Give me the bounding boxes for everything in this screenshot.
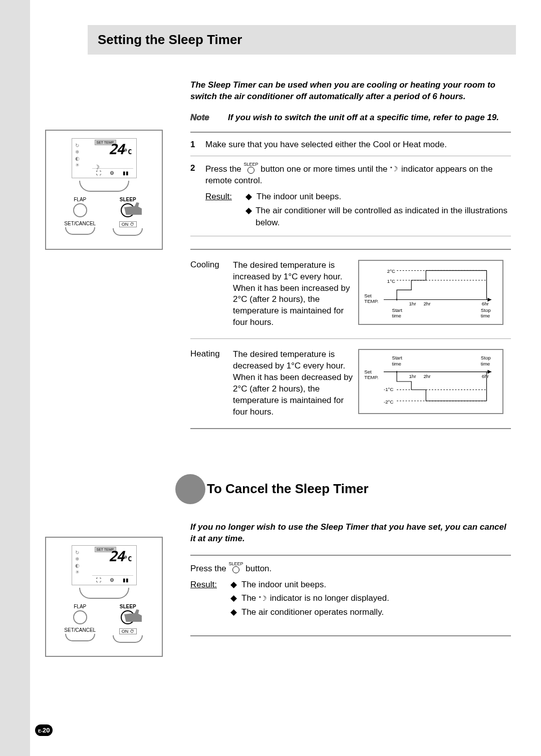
content-lower: SET TEMP. ↻❄◐☀ 24°C ⛶⚙▮▮ FLAP SLEEP <box>30 522 516 657</box>
right-column-2: If you no longer wish to use the Sleep T… <box>190 522 516 657</box>
divider <box>190 156 511 156</box>
intro-text: The Sleep Timer can be used when you are… <box>190 80 511 103</box>
on-button-illustration <box>113 635 143 643</box>
result-label: Result: <box>205 191 245 230</box>
remote-illustration-1: SET TEMP. ↻❄◐☀ 24°C ☽ ⛶⚙▮▮ FLAP SLEEP <box>45 130 163 250</box>
flap-button-illustration <box>73 203 87 217</box>
tick-6hr: 6hr <box>482 301 489 306</box>
cooling-chart: Set TEMP. 1°C 2°C 1hr <box>358 260 503 325</box>
temperature-display: 24°C <box>109 141 132 158</box>
on-label: ON ⏱ <box>119 628 137 634</box>
cancel-step-post: button. <box>245 564 272 573</box>
cancel-title: To Cancel the Sleep Timer <box>199 481 369 497</box>
cancel-intro: If you no longer wish to use the Sleep T… <box>190 522 511 545</box>
moon-indicator-icon <box>258 595 267 603</box>
temp-value: 24 <box>109 141 124 158</box>
tick-2c: 2°C <box>387 268 395 274</box>
diamond-bullet-icon: ◆ <box>230 592 241 604</box>
axis-set-temp: Set <box>364 292 372 298</box>
power-button-illustration <box>79 181 129 192</box>
mode-icons: ↻❄◐☀ <box>75 550 80 576</box>
svg-text:TEMP.: TEMP. <box>364 374 378 380</box>
start-time-label: Start <box>392 355 402 361</box>
content-upper: SET TEMP. ↻❄◐☀ 24°C ☽ ⛶⚙▮▮ FLAP SLEEP <box>30 80 516 522</box>
fan-icons: ⛶⚙▮▮ <box>92 168 133 176</box>
temp-unit: °C <box>124 148 132 156</box>
set-cancel-button-illustration <box>65 227 95 235</box>
result-label: Result: <box>190 579 230 620</box>
cancel-result-1: The indoor unit beeps. <box>241 579 326 591</box>
step-1-text: Make sure that you have selected either … <box>205 139 511 151</box>
heating-label: Heating <box>190 349 233 359</box>
note-row: Note If you wish to switch the unit off … <box>190 113 511 123</box>
fan-icons: ⛶⚙▮▮ <box>92 575 133 583</box>
svg-text:time: time <box>481 313 490 318</box>
step-2-mid: button one or more times until the <box>260 164 390 174</box>
tick-1c: 1°C <box>387 278 395 283</box>
cancel-result-2-post: indicator is no longer displayed. <box>270 593 389 603</box>
left-column-2: SET TEMP. ↻❄◐☀ 24°C ⛶⚙▮▮ FLAP SLEEP <box>30 522 190 657</box>
step-2-num: 2 <box>190 162 205 231</box>
svg-text:time: time <box>392 361 401 366</box>
tick-6hr: 6hr <box>482 373 489 379</box>
heating-text: The desired temperature is decreased by … <box>233 349 358 418</box>
note-text: If you wish to switch the unit off at a … <box>228 113 511 123</box>
step-1: 1 Make sure that you have selected eithe… <box>190 139 511 151</box>
heating-chart: Set TEMP. -1°C -2°C 1hr <box>358 349 503 414</box>
diamond-bullet-icon: ◆ <box>245 205 255 229</box>
stop-time-label: Stop <box>481 355 491 361</box>
remote-lcd: SET TEMP. ↻❄◐☀ 24°C ☽ ⛶⚙▮▮ <box>72 138 137 178</box>
result-1: The indoor unit beeps. <box>256 191 341 203</box>
page-number: E-20 <box>35 724 53 736</box>
tick-1hr: 1hr <box>409 301 416 306</box>
tick-n1c: -1°C <box>384 387 393 393</box>
cancel-step-pre: Press the <box>190 564 229 573</box>
set-cancel-label: SET/CANCEL <box>64 221 96 226</box>
temp-value: 24 <box>109 548 124 565</box>
svg-text:TEMP.: TEMP. <box>364 298 378 304</box>
cancel-result-3: The air conditioner operates normally. <box>241 606 384 618</box>
cooling-label: Cooling <box>190 260 233 270</box>
main-content: Setting the Sleep Timer SET TEMP. ↻❄◐☀ 2… <box>30 0 541 756</box>
flap-button-illustration <box>73 610 87 624</box>
step-2-pre: Press the <box>205 164 244 174</box>
heating-section: Heating The desired temperature is decre… <box>190 349 511 418</box>
tick-1hr: 1hr <box>409 373 416 379</box>
divider <box>190 249 511 250</box>
remote-lcd-2: SET TEMP. ↻❄◐☀ 24°C ⛶⚙▮▮ <box>72 545 137 585</box>
step-2-text: Press the SLEEP button one or more times… <box>205 162 511 231</box>
cooling-text: The desired temperature is increased by … <box>233 260 358 329</box>
sleep-label: SLEEP <box>120 604 136 609</box>
page-num: 20 <box>43 726 50 734</box>
sleep-label: SLEEP <box>120 197 136 202</box>
result-row: Result: ◆The indoor unit beeps. ◆The air… <box>205 191 511 230</box>
on-label: ON ⏱ <box>119 221 137 227</box>
moon-indicator-icon <box>390 165 399 173</box>
on-button-illustration <box>113 228 143 236</box>
tick-n2c: -2°C <box>384 399 393 405</box>
temp-unit: °C <box>124 555 132 563</box>
cooling-section: Cooling The desired temperature is incre… <box>190 260 511 329</box>
diamond-bullet-icon: ◆ <box>230 606 241 618</box>
cancel-title-row: To Cancel the Sleep Timer <box>190 474 511 504</box>
cancel-result-2-pre: The <box>241 593 258 603</box>
divider <box>190 635 511 636</box>
tick-2hr: 2hr <box>423 373 431 379</box>
diamond-bullet-icon: ◆ <box>230 579 241 591</box>
note-label: Note <box>190 113 228 123</box>
svg-text:time: time <box>392 313 401 318</box>
page-prefix: E- <box>38 728 43 733</box>
step-2: 2 Press the SLEEP button one or more tim… <box>190 162 511 231</box>
set-cancel-label: SET/CANCEL <box>64 627 96 633</box>
divider <box>190 428 511 429</box>
sleep-button-icon: SLEEP <box>229 562 243 573</box>
divider <box>190 338 511 339</box>
start-time-label: Start <box>392 307 402 312</box>
flap-label: FLAP <box>74 604 86 609</box>
divider <box>190 236 511 236</box>
diamond-bullet-icon: ◆ <box>245 191 256 203</box>
remote-illustration-2: SET TEMP. ↻❄◐☀ 24°C ⛶⚙▮▮ FLAP SLEEP <box>45 537 163 657</box>
step-1-num: 1 <box>190 139 205 151</box>
flap-label: FLAP <box>74 197 86 202</box>
tick-2hr: 2hr <box>423 301 431 306</box>
